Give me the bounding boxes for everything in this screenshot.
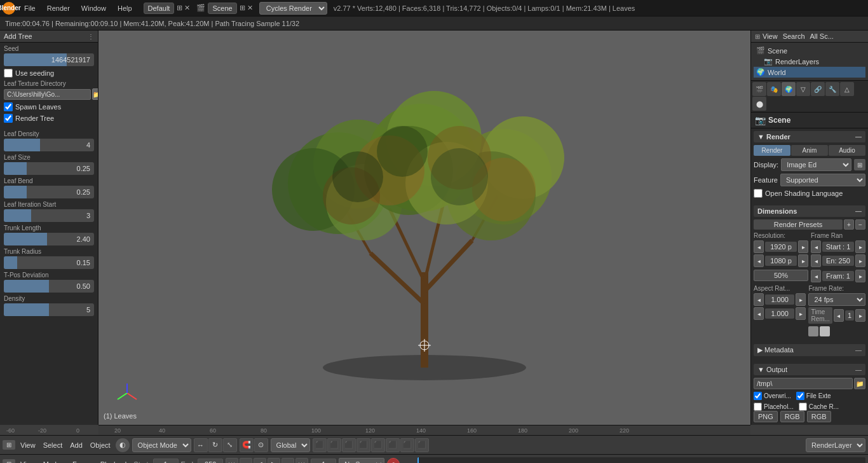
view-menu-item[interactable]: View xyxy=(18,440,38,450)
timeline-frame-label[interactable]: Frame xyxy=(70,459,95,464)
swatch-gray[interactable] xyxy=(808,326,818,336)
view-tool-4[interactable]: ⬛ xyxy=(356,438,370,452)
add-menu-item[interactable]: Add xyxy=(67,440,85,450)
current-frame-input[interactable] xyxy=(311,459,336,464)
prop-tab-modifiers[interactable]: 🔧 xyxy=(825,82,839,96)
prop-tab-material[interactable]: ⬤ xyxy=(752,97,766,111)
view-tool-5[interactable]: ⬛ xyxy=(371,438,385,452)
window-menu[interactable]: Window xyxy=(76,3,111,13)
help-menu[interactable]: Help xyxy=(112,3,137,13)
feature-select[interactable]: Supported xyxy=(780,174,865,186)
scene-item-scene[interactable]: 🎬 Scene xyxy=(754,45,865,56)
viewport[interactable]: (1) Leaves xyxy=(98,31,750,425)
aspect-y-inc[interactable]: ▸ xyxy=(796,307,806,320)
seed-input[interactable]: 1464521917 xyxy=(4,53,94,66)
global-select[interactable]: Global xyxy=(271,438,310,452)
record-btn[interactable]: ● xyxy=(387,458,400,464)
end-frame-inc[interactable]: ▸ xyxy=(855,254,865,267)
leaf-density-slider[interactable]: 4 xyxy=(4,139,94,151)
display-select[interactable]: Image Ed xyxy=(781,158,851,171)
viewport-shading-btn[interactable]: ◐ xyxy=(116,438,130,452)
panel-options[interactable]: ⋮ xyxy=(88,33,94,40)
leaf-texture-input[interactable] xyxy=(4,89,91,100)
display-extra-btn[interactable]: ⊞ xyxy=(854,159,865,170)
spawn-leaves-checkbox[interactable] xyxy=(4,102,13,111)
format-rgb2-btn[interactable]: RGB xyxy=(807,411,831,422)
prop-tab-object[interactable]: ▽ xyxy=(796,82,810,96)
sync-select[interactable]: No Sync xyxy=(339,458,384,464)
snap-btn[interactable]: 🧲 xyxy=(240,438,254,452)
open-shading-checkbox[interactable] xyxy=(754,189,763,198)
time-rem-dec[interactable]: ◂ xyxy=(834,309,844,322)
format-png-btn[interactable]: PNG xyxy=(754,411,778,422)
current-frame-dec[interactable]: ◂ xyxy=(811,270,821,282)
metadata-header[interactable]: ▶ Metadata — xyxy=(754,344,865,356)
aspect-y-dec[interactable]: ◂ xyxy=(754,307,764,320)
output-header[interactable]: ▼ Output — xyxy=(754,364,865,375)
timeline-playback-label[interactable]: Playback xyxy=(98,459,132,464)
timeline-marker-label[interactable]: Marker xyxy=(41,459,67,464)
jump-start-btn[interactable]: ⏮ xyxy=(226,458,238,464)
view-tool-2[interactable]: ⬛ xyxy=(327,438,341,452)
time-rem-inc[interactable]: ▸ xyxy=(855,309,865,322)
scene-item-world[interactable]: 🌍 World xyxy=(754,67,865,78)
aspect-x-inc[interactable]: ▸ xyxy=(796,293,806,306)
prop-tab-world[interactable]: 🌍 xyxy=(782,82,796,96)
timeline-playhead[interactable] xyxy=(417,457,419,464)
use-seeding-checkbox[interactable] xyxy=(4,69,13,78)
output-browse-btn[interactable]: 📁 xyxy=(854,378,865,389)
play-btn[interactable]: ▶ xyxy=(268,458,280,464)
res-x-dec[interactable]: ◂ xyxy=(754,240,764,253)
res-y-dec[interactable]: ◂ xyxy=(754,254,764,267)
grab-tool[interactable]: ↔ xyxy=(194,438,208,452)
view-tool-6[interactable]: ⬛ xyxy=(386,438,400,452)
next-frame-btn[interactable]: ▸ xyxy=(281,458,294,464)
res-y-inc[interactable]: ▸ xyxy=(798,254,808,267)
scene-selector[interactable]: Scene xyxy=(208,3,236,14)
workspace-selector[interactable]: Default xyxy=(144,3,175,14)
keying-btn[interactable] xyxy=(402,458,415,464)
res-percent-input[interactable] xyxy=(754,270,808,281)
prev-frame-btn[interactable]: ◂ xyxy=(240,458,252,464)
overwrite-checkbox[interactable] xyxy=(754,392,762,400)
play-reverse-btn[interactable]: ◀ xyxy=(254,458,266,464)
view-tool-3[interactable]: ⬛ xyxy=(342,438,356,452)
leaf-texture-browse-button[interactable]: 📁 xyxy=(92,88,98,100)
res-x-inc[interactable]: ▸ xyxy=(798,240,808,253)
scale-tool[interactable]: ⤡ xyxy=(223,438,237,452)
render-tab-render[interactable]: Render xyxy=(754,145,790,156)
object-menu-item[interactable]: Object xyxy=(88,440,113,450)
prop-tab-data[interactable]: △ xyxy=(840,82,854,96)
output-path-input[interactable] xyxy=(754,378,853,389)
trunk-length-slider[interactable]: 2.40 xyxy=(4,233,94,245)
select-menu-item[interactable]: Select xyxy=(41,440,65,450)
view-tool-1[interactable]: ⬛ xyxy=(313,438,327,452)
render-layer-select[interactable]: RenderLayer xyxy=(806,438,865,452)
end-frame-input[interactable] xyxy=(198,459,223,464)
jump-end-btn[interactable]: ⏭ xyxy=(295,458,308,464)
leaf-size-slider[interactable]: 0.25 xyxy=(4,162,94,175)
aspect-x-dec[interactable]: ◂ xyxy=(754,293,764,306)
format-rgb1-btn[interactable]: RGB xyxy=(780,411,804,422)
viewport-view-icon[interactable]: ⊞ xyxy=(3,440,15,450)
trunk-radius-slider[interactable]: 0.15 xyxy=(4,256,94,269)
file-ext-checkbox[interactable] xyxy=(796,392,804,400)
view-tool-7[interactable]: ⬛ xyxy=(400,438,414,452)
leaf-iter-slider[interactable]: 3 xyxy=(4,209,94,222)
start-frame-inc[interactable]: ▸ xyxy=(855,240,865,253)
scene-item-renderlayers[interactable]: 📷 RenderLayers xyxy=(754,56,865,67)
start-frame-dec[interactable]: ◂ xyxy=(811,240,821,253)
file-menu[interactable]: File xyxy=(19,3,41,13)
timeline-view-icon[interactable]: ⊞ xyxy=(3,459,15,463)
density-slider[interactable]: 5 xyxy=(4,303,94,316)
view-tool-8[interactable]: ⬛ xyxy=(415,438,429,452)
prop-tab-constraints[interactable]: 🔗 xyxy=(811,82,825,96)
render-tab-anim[interactable]: Anim xyxy=(791,145,828,156)
tpos-slider[interactable]: 0.50 xyxy=(4,280,94,293)
timeline-bar[interactable] xyxy=(417,457,865,464)
cache-checkbox[interactable] xyxy=(799,403,807,411)
prop-tab-render[interactable]: 🎬 xyxy=(752,82,766,96)
render-presets-remove[interactable]: − xyxy=(855,219,865,230)
render-presets-add[interactable]: + xyxy=(844,219,854,230)
leaf-bend-slider[interactable]: 0.25 xyxy=(4,186,94,198)
